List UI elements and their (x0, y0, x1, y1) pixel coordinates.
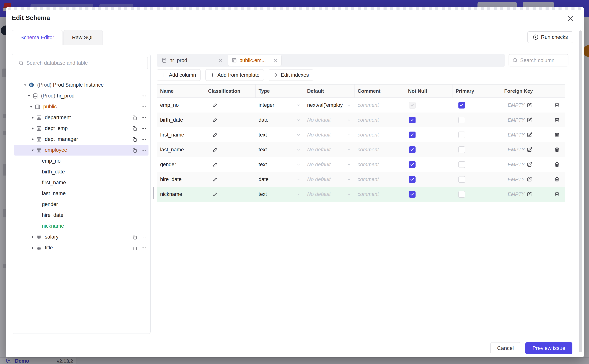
comment-input[interactable]: comment (355, 112, 405, 127)
comment-input[interactable]: comment (355, 127, 405, 142)
cancel-button[interactable]: Cancel (490, 342, 520, 354)
copy-icon[interactable] (132, 234, 137, 240)
primary-checkbox-unchecked[interactable] (458, 117, 465, 123)
close-tab-icon[interactable] (218, 58, 223, 63)
column-name-cell[interactable]: last_name (157, 142, 205, 157)
copy-icon[interactable] (132, 126, 137, 131)
tree-item-gender[interactable]: gender (14, 199, 148, 210)
tree-item-prod-sample-instance[interactable]: (Prod)Prod Sample Instance (14, 80, 148, 91)
tree-item-salary[interactable]: salary (14, 232, 148, 242)
more-options-icon[interactable] (141, 93, 147, 99)
edit-foreign-key-icon[interactable] (527, 102, 532, 108)
column-name-cell[interactable]: birth_date (157, 112, 205, 127)
tree-item-nickname[interactable]: nickname (14, 221, 148, 232)
tree-item-emp_no[interactable]: emp_no (14, 156, 148, 166)
chevron-right-icon[interactable] (30, 127, 36, 130)
panel-resize-handle[interactable] (152, 187, 154, 199)
type-select[interactable]: integer (256, 98, 304, 112)
delete-column-icon[interactable] (554, 176, 560, 182)
close-tab-icon[interactable] (273, 58, 278, 63)
edit-foreign-key-icon[interactable] (527, 191, 532, 197)
pencil-icon[interactable] (212, 191, 218, 197)
primary-checkbox-unchecked[interactable] (458, 146, 465, 153)
more-options-icon[interactable] (141, 234, 147, 240)
chevron-down-icon[interactable] (26, 94, 32, 98)
column-name-cell[interactable]: first_name (157, 127, 205, 142)
column-name-cell[interactable]: hire_date (157, 172, 205, 187)
tree-item-dept_emp[interactable]: dept_emp (14, 123, 148, 134)
comment-input[interactable]: comment (355, 157, 405, 172)
pencil-icon[interactable] (212, 147, 218, 152)
type-select[interactable]: date (256, 112, 304, 127)
copy-icon[interactable] (132, 245, 137, 251)
chevron-right-icon[interactable] (30, 137, 36, 141)
pencil-icon[interactable] (212, 162, 218, 167)
edit-indexes-button[interactable]: Edit indexes (269, 69, 313, 81)
delete-column-icon[interactable] (554, 147, 560, 153)
more-options-icon[interactable] (141, 104, 147, 110)
delete-column-icon[interactable] (554, 132, 560, 138)
chevron-down-icon[interactable] (28, 105, 34, 109)
default-select[interactable]: No default (304, 172, 355, 187)
default-select[interactable]: No default (304, 112, 355, 127)
column-search-input[interactable]: Search column (509, 54, 569, 66)
tree-item-public[interactable]: public (14, 101, 148, 112)
not-null-checkbox-checked[interactable] (409, 191, 415, 198)
default-select[interactable]: No default (304, 127, 355, 142)
column-name-cell[interactable]: gender (157, 157, 205, 172)
tree-item-department[interactable]: department (14, 112, 148, 123)
delete-column-icon[interactable] (554, 191, 560, 197)
primary-checkbox-checked[interactable] (458, 102, 465, 109)
tree-item-employee[interactable]: employee (14, 145, 148, 156)
comment-input[interactable]: comment (355, 98, 405, 112)
tab-schema-editor[interactable]: Schema Editor (12, 30, 63, 45)
editor-tab-public.em...[interactable]: public.em... (228, 55, 281, 66)
tree-search-input[interactable]: Search database and table (15, 57, 148, 69)
column-name-cell[interactable]: emp_no (157, 98, 205, 112)
delete-column-icon[interactable] (554, 102, 560, 108)
delete-column-icon[interactable] (554, 117, 560, 123)
primary-checkbox-unchecked[interactable] (458, 161, 465, 168)
close-icon[interactable] (567, 15, 575, 23)
comment-input[interactable]: comment (355, 142, 405, 157)
comment-input[interactable]: comment (355, 187, 405, 202)
chevron-right-icon[interactable] (30, 116, 36, 120)
edit-foreign-key-icon[interactable] (527, 147, 532, 152)
add-column-button[interactable]: Add column (157, 69, 201, 81)
primary-checkbox-unchecked[interactable] (458, 176, 465, 183)
not-null-checkbox-checked[interactable] (409, 131, 415, 138)
type-select[interactable]: text (256, 157, 304, 172)
pencil-icon[interactable] (212, 102, 218, 108)
chevron-down-icon[interactable] (22, 83, 28, 87)
tab-raw-sql[interactable]: Raw SQL (63, 30, 103, 45)
more-options-icon[interactable] (141, 147, 147, 153)
delete-column-icon[interactable] (554, 162, 560, 168)
tree-item-dept_manager[interactable]: dept_manager (14, 134, 148, 145)
tree-item-first_name[interactable]: first_name (14, 177, 148, 188)
type-select[interactable]: text (256, 142, 304, 157)
more-options-icon[interactable] (141, 245, 147, 251)
not-null-checkbox-checked[interactable] (409, 176, 415, 183)
type-select[interactable]: date (256, 172, 304, 187)
not-null-checkbox-checked[interactable] (409, 117, 415, 123)
pencil-icon[interactable] (212, 132, 218, 138)
edit-foreign-key-icon[interactable] (527, 132, 532, 138)
default-select[interactable]: No default (304, 142, 355, 157)
chevron-right-icon[interactable] (30, 235, 36, 239)
edit-foreign-key-icon[interactable] (527, 117, 532, 123)
modal-scrollbar-thumb[interactable] (579, 31, 582, 352)
tree-item-birth_date[interactable]: birth_date (14, 166, 148, 177)
not-null-checkbox-checked[interactable] (409, 161, 415, 168)
copy-icon[interactable] (132, 147, 137, 153)
column-name-cell[interactable]: nickname (157, 187, 205, 202)
tree-item-hire_date[interactable]: hire_date (14, 210, 148, 221)
preview-issue-button[interactable]: Preview issue (525, 342, 572, 354)
more-options-icon[interactable] (141, 136, 147, 142)
copy-icon[interactable] (132, 115, 137, 121)
type-select[interactable]: text (256, 187, 304, 202)
pencil-icon[interactable] (212, 117, 218, 123)
tree-item-hr_prod[interactable]: (Prod)hr_prod (14, 91, 148, 101)
run-checks-button[interactable]: Run checks (528, 31, 573, 43)
default-select[interactable]: nextval('employ (304, 98, 355, 112)
type-select[interactable]: text (256, 127, 304, 142)
